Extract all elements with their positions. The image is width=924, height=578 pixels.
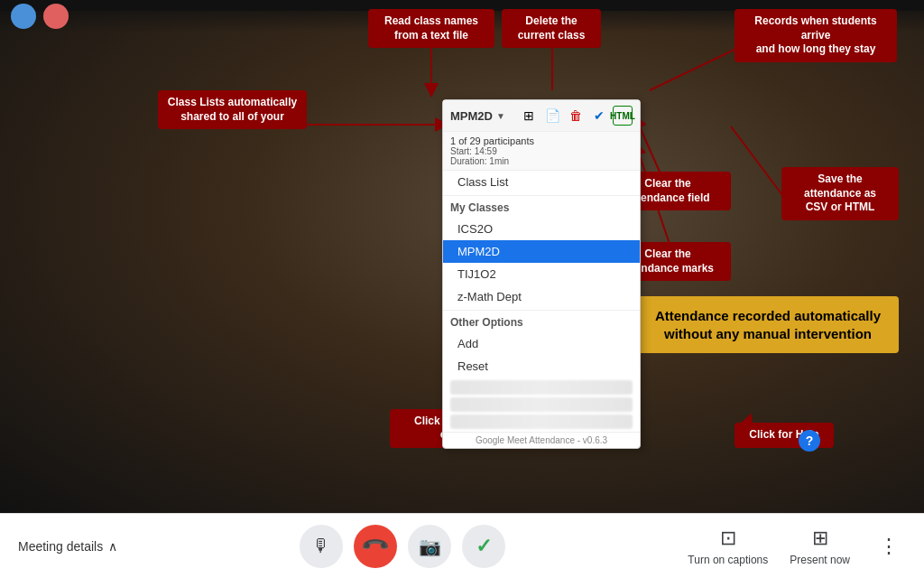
- class-dropdown-panel: MPM2D ▼ ⊞ 📄 🗑 ✔ HTML 1 of: [442, 99, 641, 449]
- participant-row-1: [450, 380, 633, 395]
- chevron-down-icon: ▼: [496, 111, 505, 121]
- class-item-zmath[interactable]: z-Math Dept: [443, 285, 640, 308]
- mic-button[interactable]: 🎙: [300, 525, 343, 568]
- reset-option[interactable]: Reset: [443, 355, 640, 378]
- start-time: Start: 14:59: [450, 146, 633, 156]
- mic-icon: 🎙: [312, 536, 330, 556]
- annotation-delete-class: Delete the current class: [502, 9, 601, 48]
- annotation-save-attendance: Save the attendance as CSV or HTML: [781, 167, 899, 220]
- toolbar-icons: ⊞ 📄 🗑 ✔ HTML: [519, 106, 633, 126]
- read-file-icon[interactable]: 📄: [542, 106, 562, 126]
- video-area: Read class names from a text file Delete…: [0, 0, 924, 513]
- save-html-icon[interactable]: HTML: [613, 106, 633, 126]
- participant-avatar-2: [43, 4, 69, 29]
- stats-box: 1 of 29 participants Start: 14:59 Durati…: [443, 132, 640, 171]
- annotation-read-class: Read class names from a text file: [368, 9, 494, 48]
- divider-1: [443, 195, 640, 196]
- class-selector[interactable]: MPM2D ▼: [450, 109, 505, 123]
- help-icon[interactable]: ?: [799, 430, 820, 452]
- end-call-icon: 📞: [360, 530, 392, 562]
- participant-avatar-1: [11, 4, 36, 29]
- present-icon: ⊞: [812, 527, 828, 550]
- annotation-auto-attendance: Attendance recorded automatically withou…: [637, 296, 899, 353]
- other-options-label: Other Options: [443, 312, 640, 332]
- dropdown-header: MPM2D ▼ ⊞ 📄 🗑 ✔ HTML: [443, 100, 640, 132]
- end-call-button[interactable]: 📞: [354, 525, 397, 568]
- my-classes-label: My Classes: [443, 198, 640, 218]
- meeting-details-button[interactable]: Meeting details ∧: [18, 539, 117, 554]
- control-buttons: 🎙 📞 📷 ✓: [300, 525, 505, 568]
- captions-button[interactable]: ⊡ Turn on captions: [688, 527, 768, 566]
- check-button[interactable]: ✓: [462, 525, 505, 568]
- divider-2: [443, 310, 640, 311]
- class-name-label: MPM2D: [450, 109, 493, 123]
- captions-icon: ⊡: [720, 527, 736, 550]
- chevron-up-icon: ∧: [108, 539, 117, 554]
- duration: Duration: 1min: [450, 156, 633, 166]
- camera-button[interactable]: 📷: [408, 525, 451, 568]
- attendance-check-icon[interactable]: ✔: [589, 106, 609, 126]
- right-controls: ⊡ Turn on captions ⊞ Present now ⋮: [688, 527, 906, 566]
- delete-class-icon[interactable]: 🗑: [566, 106, 586, 126]
- meeting-details-label: Meeting details: [18, 539, 103, 554]
- participant-row-2: [450, 397, 633, 412]
- annotation-class-lists: Class Lists automatically shared to all …: [158, 90, 307, 129]
- more-options-button[interactable]: ⋮: [872, 527, 906, 565]
- class-item-tij1o2[interactable]: TIJ1O2: [443, 263, 640, 285]
- grid-icon[interactable]: ⊞: [519, 106, 539, 126]
- camera-icon: 📷: [419, 536, 441, 557]
- present-label: Present now: [790, 554, 850, 566]
- check-icon: ✓: [476, 535, 492, 558]
- captions-label: Turn on captions: [688, 554, 768, 566]
- add-option[interactable]: Add: [443, 332, 640, 355]
- version-label: Google Meet Attendance - v0.6.3: [443, 432, 640, 448]
- class-list-item[interactable]: Class List: [443, 171, 640, 193]
- more-icon: ⋮: [879, 535, 899, 557]
- class-item-ics2o[interactable]: ICS2O: [443, 218, 640, 240]
- participant-row-3: [450, 415, 633, 429]
- class-item-mpm2d[interactable]: MPM2D: [443, 240, 640, 263]
- main-container: Read class names from a text file Delete…: [0, 0, 924, 578]
- question-mark-icon: ?: [806, 434, 814, 448]
- bottom-toolbar: Meeting details ∧ 🎙 📞 📷 ✓ ⊡: [0, 513, 924, 578]
- participant-count: 1 of 29 participants: [450, 135, 633, 146]
- annotation-records-students: Records when students arrive and how lon…: [735, 9, 897, 62]
- present-now-button[interactable]: ⊞ Present now: [790, 527, 850, 566]
